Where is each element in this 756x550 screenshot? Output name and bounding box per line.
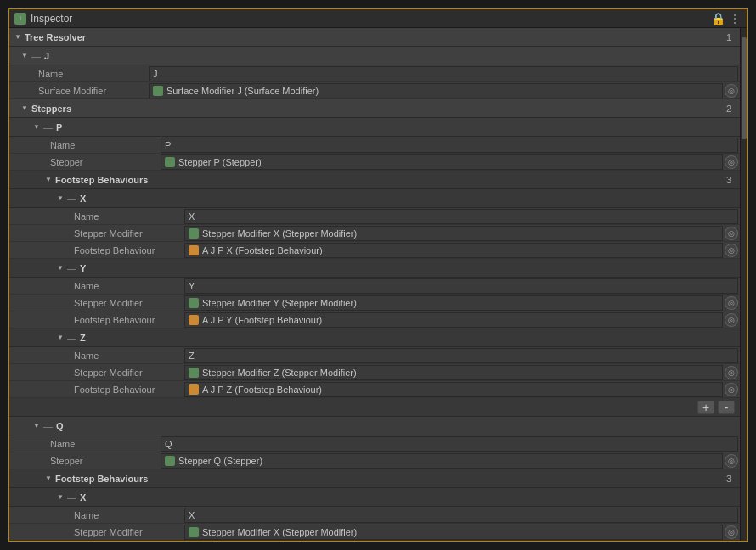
p-add-remove-row: + - [9, 398, 740, 417]
z-p-fb-icon [189, 384, 199, 395]
x-q-stepper-modifier-row: Stepper Modifier Stepper Modifier X (Ste… [9, 524, 740, 541]
j-surface-modifier-row: Surface Modifier Surface Modifier J (Sur… [9, 82, 740, 99]
p-name-row: Name P [9, 137, 740, 154]
x-p-name-value[interactable]: X [184, 209, 738, 224]
z-p-footstep-row: Footstep Behaviour A J P Z (Footstep Beh… [9, 381, 740, 398]
footstep-behaviours-q-label: Footstep Behaviours [55, 474, 148, 484]
z-p-triangle: ▼ [57, 334, 64, 341]
y-p-section-header[interactable]: ▼ — Y [9, 259, 740, 278]
x-p-fb-target-btn[interactable]: ◎ [725, 244, 738, 257]
x-p-stepper-modifier-value[interactable]: Stepper Modifier X (Stepper Modifier) [184, 226, 723, 241]
z-p-section-header[interactable]: ▼ — Z [9, 328, 740, 347]
p-name-value[interactable]: P [161, 138, 738, 153]
y-p-footstep-row: Footstep Behaviour A J P Y (Footstep Beh… [9, 311, 740, 328]
x-p-section-header[interactable]: ▼ — X [9, 189, 740, 208]
x-p-stepper-modifier-label: Stepper Modifier [74, 228, 184, 239]
tree-resolver-header[interactable]: ▼ Tree Resolver 1 [9, 28, 740, 47]
x-q-sm-icon [189, 527, 199, 537]
x-p-sm-target-btn[interactable]: ◎ [725, 227, 738, 240]
content-area: ▼ Tree Resolver 1 ▼ — J Name J Surface M… [9, 28, 747, 541]
inspector-window: i Inspector 🔒 ⋮ ▼ Tree Resolver 1 ▼ — J … [8, 8, 748, 542]
footstep-behaviours-q-header[interactable]: ▼ Footstep Behaviours 3 [9, 469, 740, 488]
footstep-q-triangle: ▼ [45, 474, 52, 482]
x-q-name-value[interactable]: X [184, 508, 738, 523]
x-q-name-row: Name X [9, 507, 740, 524]
j-name-label: Name [38, 69, 149, 79]
y-p-fb-target-btn[interactable]: ◎ [725, 313, 738, 327]
x-p-name-label: Name [74, 211, 184, 222]
y-p-stepper-modifier-value[interactable]: Stepper Modifier Y (Stepper Modifier) [184, 295, 723, 311]
steppers-label: Steppers [31, 104, 71, 114]
p-stepper-value[interactable]: Stepper P (Stepper) [161, 154, 723, 170]
x-p-footstep-row: Footstep Behaviour A J P X (Footstep Beh… [9, 242, 740, 259]
z-p-fb-target-btn[interactable]: ◎ [725, 383, 738, 396]
title-bar: i Inspector 🔒 ⋮ [9, 9, 747, 28]
surface-modifier-target-btn[interactable]: ◎ [725, 84, 738, 98]
z-p-name-row: Name Z [9, 347, 740, 364]
y-p-triangle: ▼ [57, 264, 64, 272]
stepper-p-target-btn[interactable]: ◎ [725, 155, 738, 169]
q-stepper-value[interactable]: Stepper Q (Stepper) [161, 453, 723, 469]
x-q-name-label: Name [74, 510, 184, 520]
surface-modifier-icon [153, 86, 163, 96]
y-p-sm-target-btn[interactable]: ◎ [725, 296, 738, 310]
more-button[interactable]: ⋮ [728, 12, 742, 25]
x-q-sm-target-btn[interactable]: ◎ [725, 525, 738, 539]
p-triangle: ▼ [33, 123, 40, 131]
x-p-label: X [80, 194, 86, 204]
z-p-sm-icon [189, 368, 199, 378]
p-remove-button[interactable]: - [718, 401, 735, 414]
q-name-row: Name Q [9, 435, 740, 452]
j-name-row: Name J [9, 65, 740, 82]
tree-resolver-triangle: ▼ [14, 33, 21, 41]
q-section-header[interactable]: ▼ — Q [9, 417, 740, 435]
q-triangle: ▼ [33, 422, 40, 429]
tree-resolver-label: Tree Resolver [25, 32, 86, 42]
y-p-name-value[interactable]: Y [184, 278, 738, 294]
steppers-triangle: ▼ [21, 104, 28, 112]
j-surface-modifier-value[interactable]: Surface Modifier J (Surface Modifier) [149, 83, 723, 98]
footstep-p-triangle: ▼ [45, 176, 52, 183]
x-p-name-row: Name X [9, 208, 740, 225]
q-stepper-row: Stepper Stepper Q (Stepper) ◎ [9, 452, 740, 469]
steppers-header[interactable]: ▼ Steppers 2 [9, 99, 740, 118]
p-section-header[interactable]: ▼ — P [9, 118, 740, 137]
q-name-value[interactable]: Q [161, 436, 738, 452]
x-q-section-header[interactable]: ▼ — X [9, 488, 740, 507]
x-q-label: X [80, 492, 86, 502]
stepper-q-target-btn[interactable]: ◎ [725, 454, 738, 468]
scrollbar-thumb[interactable] [742, 37, 747, 139]
x-q-stepper-modifier-label: Stepper Modifier [74, 527, 184, 537]
x-q-stepper-modifier-value[interactable]: Stepper Modifier X (Stepper Modifier) [184, 525, 723, 540]
z-p-stepper-modifier-row: Stepper Modifier Stepper Modifier Z (Ste… [9, 364, 740, 381]
steppers-count: 2 [726, 104, 731, 114]
x-p-footstep-value[interactable]: A J P X (Footstep Behaviour) [184, 243, 723, 258]
footstep-behaviours-q-count: 3 [726, 474, 731, 484]
p-stepper-row: Stepper Stepper P (Stepper) ◎ [9, 154, 740, 171]
lock-button[interactable]: 🔒 [711, 12, 725, 25]
p-add-button[interactable]: + [697, 401, 714, 414]
y-p-name-label: Name [74, 281, 184, 291]
footstep-behaviours-p-header[interactable]: ▼ Footstep Behaviours 3 [9, 171, 740, 189]
x-q-triangle: ▼ [57, 493, 64, 501]
q-stepper-label: Stepper [50, 456, 161, 466]
y-p-name-row: Name Y [9, 278, 740, 295]
x-p-triangle: ▼ [57, 194, 64, 202]
j-section-header[interactable]: ▼ — J [9, 47, 740, 65]
window-icon: i [14, 13, 26, 25]
z-p-footstep-value[interactable]: A J P Z (Footstep Behaviour) [184, 382, 723, 397]
scrollbar[interactable] [740, 28, 747, 541]
scroll-area[interactable]: ▼ Tree Resolver 1 ▼ — J Name J Surface M… [9, 28, 740, 541]
z-p-name-value[interactable]: Z [184, 348, 738, 363]
x-p-sm-icon [189, 228, 199, 239]
j-name-value[interactable]: J [149, 66, 738, 81]
z-p-stepper-modifier-value[interactable]: Stepper Modifier Z (Stepper Modifier) [184, 365, 723, 380]
j-triangle: ▼ [21, 52, 28, 59]
x-p-fb-icon [189, 245, 199, 255]
y-p-footstep-value[interactable]: A J P Y (Footstep Behaviour) [184, 312, 723, 328]
z-p-stepper-modifier-label: Stepper Modifier [74, 368, 184, 378]
stepper-p-icon [165, 157, 175, 167]
y-p-sm-icon [189, 298, 199, 308]
window-title: Inspector [31, 13, 711, 25]
z-p-sm-target-btn[interactable]: ◎ [725, 366, 738, 379]
